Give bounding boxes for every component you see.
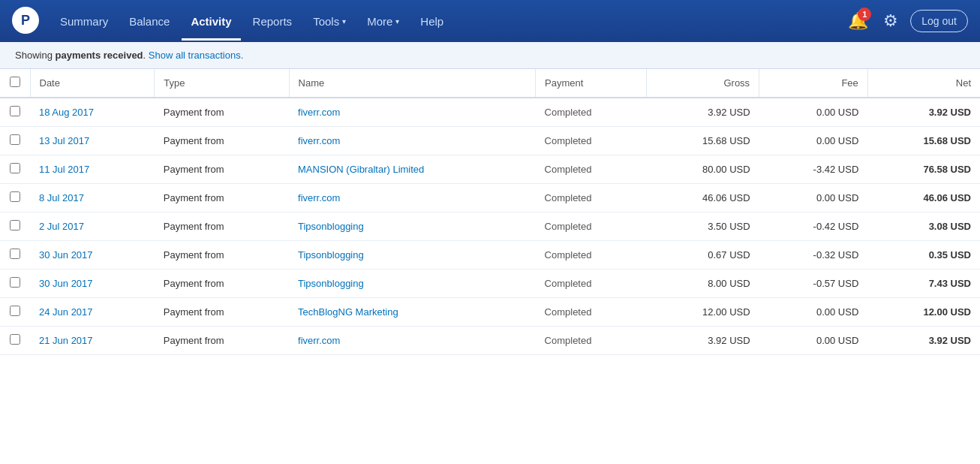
row-checkbox-cell: [0, 98, 30, 127]
row-gross: 80.00 USD: [647, 155, 759, 184]
nav-reports[interactable]: Reports: [244, 11, 302, 32]
row-checkbox[interactable]: [10, 334, 20, 345]
th-gross: Gross: [647, 69, 759, 98]
row-checkbox-cell: [0, 212, 30, 241]
nav-balance[interactable]: Balance: [120, 11, 179, 32]
row-type: Payment from: [155, 98, 289, 127]
table-row: 24 Jun 2017 Payment from TechBlogNG Mark…: [0, 298, 980, 327]
row-gross: 8.00 USD: [647, 270, 759, 298]
table-header-row: Date Type Name Payment Gross Fee Net: [0, 69, 980, 98]
settings-button[interactable]: ⚙: [877, 8, 904, 35]
th-date: Date: [30, 69, 155, 98]
table-row: 13 Jul 2017 Payment from fiverr.com Comp…: [0, 127, 980, 155]
row-fee: 0.00 USD: [759, 98, 868, 127]
row-name: Tipsonblogging: [289, 241, 536, 270]
row-fee: -0.57 USD: [759, 270, 868, 298]
show-all-transactions-link[interactable]: Show all transactions.: [149, 50, 243, 61]
row-checkbox-cell: [0, 184, 30, 212]
notification-badge: 1: [858, 8, 871, 21]
tools-chevron-icon: ▾: [342, 17, 346, 26]
row-checkbox-cell: [0, 270, 30, 298]
paypal-logo: P: [12, 7, 39, 36]
row-payment-status: Completed: [536, 212, 647, 241]
row-net: 7.43 USD: [867, 270, 980, 298]
row-payment-status: Completed: [536, 327, 647, 355]
row-name-link[interactable]: Tipsonblogging: [298, 278, 364, 289]
row-date: 13 Jul 2017: [30, 127, 155, 155]
row-fee: -3.42 USD: [759, 155, 868, 184]
row-name-link[interactable]: MANSION (Gibraltar) Limited: [298, 164, 424, 175]
transactions-table-container: Date Type Name Payment Gross Fee Net 18 …: [0, 69, 980, 355]
row-fee: 0.00 USD: [759, 127, 868, 155]
row-gross: 3.92 USD: [647, 98, 759, 127]
nav-tools[interactable]: Tools ▾: [304, 11, 355, 32]
row-name-link[interactable]: Tipsonblogging: [298, 221, 364, 232]
row-payment-status: Completed: [536, 298, 647, 327]
row-gross: 15.68 USD: [647, 127, 759, 155]
row-gross: 3.92 USD: [647, 327, 759, 355]
th-fee: Fee: [759, 69, 868, 98]
row-date: 8 Jul 2017: [30, 184, 155, 212]
row-name-link[interactable]: Tipsonblogging: [298, 249, 364, 261]
row-checkbox[interactable]: [10, 277, 20, 288]
row-fee: -0.32 USD: [759, 241, 868, 270]
row-name: TechBlogNG Marketing: [289, 298, 536, 327]
row-checkbox[interactable]: [10, 220, 20, 230]
row-net: 3.92 USD: [867, 327, 980, 355]
logout-button[interactable]: Log out: [910, 10, 968, 32]
nav-summary[interactable]: Summary: [51, 11, 117, 32]
row-type: Payment from: [155, 298, 289, 327]
row-gross: 46.06 USD: [647, 184, 759, 212]
row-fee: 0.00 USD: [759, 298, 868, 327]
row-checkbox[interactable]: [10, 163, 20, 173]
row-checkbox[interactable]: [10, 306, 20, 316]
row-net: 76.58 USD: [867, 155, 980, 184]
row-checkbox[interactable]: [10, 106, 20, 116]
row-name: fiverr.com: [289, 184, 536, 212]
row-payment-status: Completed: [536, 241, 647, 270]
row-date: 21 Jun 2017: [30, 327, 155, 355]
row-checkbox-cell: [0, 127, 30, 155]
table-row: 2 Jul 2017 Payment from Tipsonblogging C…: [0, 212, 980, 241]
row-checkbox-cell: [0, 327, 30, 355]
row-payment-status: Completed: [536, 155, 647, 184]
table-row: 8 Jul 2017 Payment from fiverr.com Compl…: [0, 184, 980, 212]
row-net: 3.92 USD: [867, 98, 980, 127]
row-checkbox-cell: [0, 298, 30, 327]
subheader-text-after: .: [143, 50, 149, 61]
nav-more[interactable]: More ▾: [358, 11, 408, 32]
subheader-text-before: Showing: [15, 50, 55, 61]
row-name-link[interactable]: TechBlogNG Marketing: [298, 306, 398, 318]
th-net: Net: [867, 69, 980, 98]
row-name: Tipsonblogging: [289, 212, 536, 241]
notification-button[interactable]: 🔔 1: [844, 8, 871, 35]
row-checkbox-cell: [0, 241, 30, 270]
row-date: 18 Aug 2017: [30, 98, 155, 127]
row-payment-status: Completed: [536, 98, 647, 127]
select-all-checkbox[interactable]: [10, 77, 20, 87]
row-fee: 0.00 USD: [759, 184, 868, 212]
row-net: 12.00 USD: [867, 298, 980, 327]
nav-activity[interactable]: Activity: [182, 11, 240, 32]
row-name-link[interactable]: fiverr.com: [298, 335, 340, 346]
row-type: Payment from: [155, 241, 289, 270]
row-fee: 0.00 USD: [759, 327, 868, 355]
more-chevron-icon: ▾: [395, 17, 399, 26]
row-checkbox[interactable]: [10, 249, 20, 259]
row-gross: 3.50 USD: [647, 212, 759, 241]
row-checkbox[interactable]: [10, 134, 20, 145]
row-name-link[interactable]: fiverr.com: [298, 135, 340, 146]
transactions-table: Date Type Name Payment Gross Fee Net 18 …: [0, 69, 980, 355]
row-name-link[interactable]: fiverr.com: [298, 192, 340, 203]
row-name-link[interactable]: fiverr.com: [298, 107, 340, 118]
row-checkbox[interactable]: [10, 191, 20, 202]
nav-right-actions: 🔔 1 ⚙ Log out: [844, 8, 968, 35]
table-row: 30 Jun 2017 Payment from Tipsonblogging …: [0, 241, 980, 270]
row-type: Payment from: [155, 270, 289, 298]
row-type: Payment from: [155, 212, 289, 241]
row-date: 11 Jul 2017: [30, 155, 155, 184]
row-type: Payment from: [155, 327, 289, 355]
nav-help[interactable]: Help: [411, 11, 452, 32]
navbar: P Summary Balance Activity Reports Tools…: [0, 0, 980, 42]
subheader: Showing payments received. Show all tran…: [0, 42, 980, 69]
